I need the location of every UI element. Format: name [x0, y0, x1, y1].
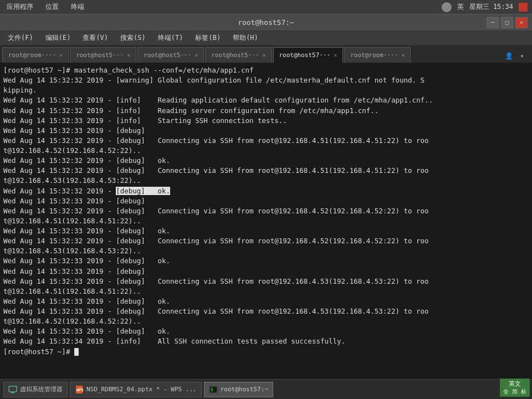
term-line-0: [root@host57 ~]# masterha_check_ssh --co… [3, 65, 529, 75]
tab-2[interactable]: root@host5··· ✕ [137, 47, 204, 63]
menubar: 文件(F)编辑(E)查看(V)搜索(S)终端(T)标签(B)帮助(H) [0, 31, 532, 45]
tab-label-5: root@room···· [350, 52, 398, 59]
tab-close-1[interactable]: ✕ [127, 52, 130, 58]
term-line-20: Wed Aug 14 15:32:33 2019 - [debug] [3, 267, 529, 277]
term-line-19: Wed Aug 14 15:32:33 2019 - [debug] ok. [3, 256, 529, 266]
term-line-25: t@192.168.4.52(192.168.4.52:22).. [3, 316, 529, 326]
tabbar: root@room···· ✕ root@host5··· ✕ root@hos… [0, 45, 532, 63]
term-line-14: Wed Aug 14 15:32:32 2019 - [debug] Conne… [3, 206, 529, 216]
power-icon[interactable] [519, 3, 528, 12]
term-line-17: Wed Aug 14 15:32:32 2019 - [debug] Conne… [3, 236, 529, 246]
taskbar-label-wps: NSD_RDBMS2_04.pptx * - WPS ... [86, 386, 197, 393]
taskbar-label-terminal: root@host57:~ [221, 386, 268, 393]
tab-1[interactable]: root@host5··· ✕ [70, 47, 136, 63]
tab-close-4[interactable]: ✕ [334, 52, 337, 58]
tab-close-5[interactable]: ✕ [401, 52, 405, 58]
term-line-21: Wed Aug 14 15:32:33 2019 - [debug] Conne… [3, 277, 529, 287]
tab-profile-button[interactable]: 👤 [503, 49, 514, 63]
taskbar-label-vm: 虚拟系统管理器 [20, 385, 63, 393]
input-method-box[interactable]: 英文 全 简 标 [500, 378, 530, 397]
svg-rect-0 [9, 386, 17, 392]
terminal-icon: $ [209, 385, 218, 394]
highlighted-debug: [debug] ok. [116, 187, 170, 195]
tab-5[interactable]: root@room···· ✕ [344, 47, 411, 63]
tab-dropdown-button[interactable]: ▾ [516, 49, 528, 63]
taskbar: 虚拟系统管理器 WPS NSD_RDBMS2_04.pptx * - WPS .… [0, 379, 532, 399]
taskbar-item-vm[interactable]: 虚拟系统管理器 [3, 382, 68, 397]
term-line-23: Wed Aug 14 15:32:33 2019 - [debug] ok. [3, 296, 529, 306]
svg-text:$: $ [211, 387, 213, 392]
menu-item-4[interactable]: 终端(T) [152, 32, 189, 44]
window-title: root@host57:~ [238, 18, 294, 27]
wps-icon: WPS [75, 385, 84, 394]
term-line-22: t@192.168.4.51(192.168.4.51:22).. [3, 287, 529, 296]
term-line-27: Wed Aug 14 15:32:34 2019 - [info] All SS… [3, 336, 529, 346]
taskbar-item-wps[interactable]: WPS NSD_RDBMS2_04.pptx * - WPS ... [70, 382, 202, 397]
menu-item-2[interactable]: 查看(V) [77, 32, 114, 44]
system-bar: 应用程序 位置 终端 英 星期三 15:34 [0, 0, 532, 14]
tab-label-0: root@room···· [8, 52, 56, 59]
term-line-28: [root@host57 ~]# [3, 347, 529, 357]
close-button[interactable]: ✕ [515, 17, 528, 28]
term-line-11: t@192.168.4.53(192.168.4.53:22).. [3, 176, 529, 186]
term-line-7: Wed Aug 14 15:32:32 2019 - [debug] Conne… [3, 136, 529, 146]
terminal-output: [root@host57 ~]# masterha_check_ssh --co… [0, 63, 532, 379]
tab-close-3[interactable]: ✕ [262, 52, 265, 58]
tab-label-3: root@host5··· [211, 52, 259, 59]
system-icon [442, 2, 452, 12]
term-line-13: Wed Aug 14 15:32:33 2019 - [debug] [3, 196, 529, 206]
term-line-4: Wed Aug 14 15:32:32 2019 - [info] Readin… [3, 106, 529, 116]
term-line-26: Wed Aug 14 15:32:33 2019 - [debug] ok. [3, 326, 529, 336]
term-line-16: Wed Aug 14 15:32:33 2019 - [debug] ok. [3, 226, 529, 236]
language-indicator: 英 [457, 2, 464, 12]
places-menu[interactable]: 位置 [43, 1, 61, 13]
minimize-button[interactable]: ─ [487, 17, 499, 28]
im-line1: 英文 [503, 380, 526, 388]
term-line-6: Wed Aug 14 15:32:33 2019 - [debug] [3, 126, 529, 136]
term-line-10: Wed Aug 14 15:32:32 2019 - [debug] Conne… [3, 166, 529, 176]
window-titlebar: root@host57:~ ─ □ ✕ [0, 14, 532, 31]
menu-item-3[interactable]: 搜索(S) [115, 32, 151, 44]
menu-item-0[interactable]: 文件(F) [2, 32, 39, 44]
apps-menu[interactable]: 应用程序 [4, 1, 35, 13]
term-line-2: kipping. [3, 85, 529, 95]
tab-3[interactable]: root@host5··· ✕ [205, 47, 272, 63]
terminal-menu[interactable]: 终端 [69, 1, 86, 13]
svg-text:WPS: WPS [76, 388, 84, 392]
term-line-9: Wed Aug 14 15:32:32 2019 - [debug] ok. [3, 156, 529, 166]
term-line-12: Wed Aug 14 15:32:32 2019 - [debug] ok. [3, 186, 529, 196]
tab-label-4: root@host57··· [279, 52, 331, 59]
term-line-15: t@192.168.4.51(192.168.4.51:22).. [3, 216, 529, 226]
menu-item-1[interactable]: 编辑(E) [40, 32, 76, 44]
datetime-display: 星期三 15:34 [469, 2, 513, 12]
term-line-18: t@192.168.4.53(192.168.4.53:22).. [3, 246, 529, 256]
vm-icon [8, 385, 17, 394]
terminal-cursor [74, 348, 79, 356]
term-line-8: t@192.168.4.52(192.168.4.52:22).. [3, 146, 529, 156]
maximize-button[interactable]: □ [501, 17, 513, 28]
term-line-1: Wed Aug 14 15:32:32 2019 - [warning] Glo… [3, 75, 529, 85]
taskbar-item-terminal[interactable]: $ root@host57:~ [204, 382, 273, 397]
tab-0[interactable]: root@room···· ✕ [2, 47, 69, 63]
tab-4[interactable]: root@host57··· ✕ [273, 47, 344, 63]
tab-close-2[interactable]: ✕ [195, 52, 198, 58]
menu-item-5[interactable]: 标签(B) [190, 32, 226, 44]
tab-close-0[interactable]: ✕ [59, 52, 63, 58]
im-line2: 全 简 标 [503, 388, 526, 396]
term-line-24: Wed Aug 14 15:32:33 2019 - [debug] Conne… [3, 306, 529, 316]
term-line-5: Wed Aug 14 15:32:33 2019 - [info] Starti… [3, 116, 529, 126]
term-line-3: Wed Aug 14 15:32:32 2019 - [info] Readin… [3, 95, 529, 105]
menu-item-6[interactable]: 帮助(H) [227, 32, 264, 44]
tab-label-2: root@host5··· [144, 52, 191, 59]
tab-label-1: root@host5··· [76, 52, 124, 59]
